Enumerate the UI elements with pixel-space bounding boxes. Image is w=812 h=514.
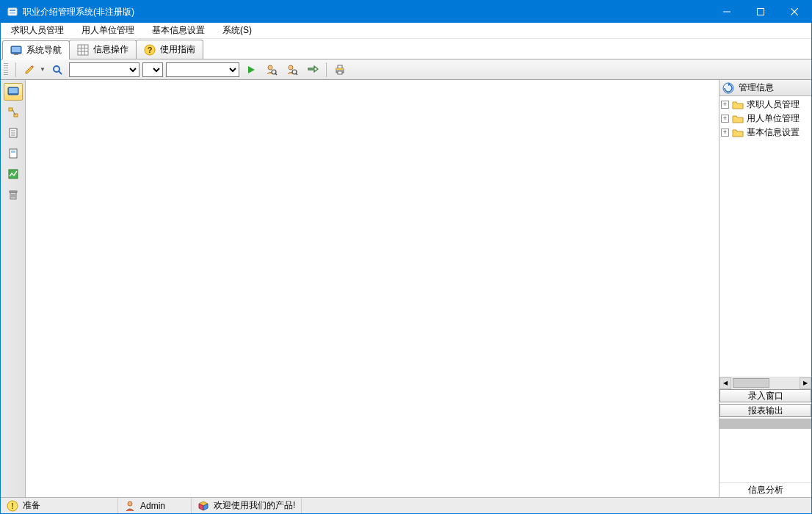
svg-text:?: ? — [148, 46, 153, 54]
help-icon: ? — [144, 44, 156, 56]
minimize-button[interactable] — [710, 1, 744, 23]
menu-bar: 求职人员管理 用人单位管理 基本信息设置 系统(S) — [1, 23, 811, 39]
svg-rect-31 — [9, 108, 12, 111]
svg-rect-38 — [10, 149, 17, 158]
status-user: Admin — [118, 498, 192, 513]
print-button[interactable] — [331, 62, 349, 78]
title-bar: 职业介绍管理系统(非注册版) — [1, 1, 811, 23]
tree-item-basic-settings[interactable]: + 基本信息设置 — [719, 126, 811, 140]
find-person-button[interactable] — [263, 62, 280, 78]
tree-label: 用人单位管理 — [747, 112, 800, 125]
svg-point-19 — [268, 65, 272, 70]
left-trash-button[interactable] — [4, 186, 23, 203]
tab-user-guide[interactable]: ? 使用指南 — [136, 40, 203, 59]
svg-point-17 — [54, 66, 59, 72]
folder-icon — [732, 128, 744, 137]
svg-rect-39 — [11, 151, 15, 153]
tree-label: 基本信息设置 — [747, 126, 800, 139]
expander-icon[interactable]: + — [721, 128, 729, 137]
svg-rect-10 — [78, 45, 88, 55]
tree-view: + 求职人员管理 + 用人单位管理 + 基本信息设置 — [719, 96, 811, 377]
panel-gap — [719, 419, 811, 429]
status-welcome: 欢迎使用我们的产品! — [192, 498, 302, 513]
svg-rect-1 — [10, 10, 15, 11]
search-button[interactable] — [48, 62, 66, 78]
status-ready-text: 准备 — [23, 499, 40, 512]
combo-3[interactable] — [166, 62, 239, 77]
folder-icon — [732, 101, 744, 109]
app-icon — [7, 6, 18, 18]
toolbar-separator — [326, 62, 327, 77]
status-bar: ! 准备 Admin 欢迎使用我们的产品! — [1, 497, 811, 513]
left-document-button[interactable] — [4, 124, 23, 142]
dropdown-arrow-icon[interactable]: ▼ — [40, 66, 46, 73]
folder-icon — [732, 115, 744, 123]
svg-rect-9 — [14, 54, 18, 55]
tab-label: 信息操作 — [93, 43, 128, 56]
tree-label: 求职人员管理 — [747, 98, 800, 111]
toolbar: ▼ — [1, 59, 811, 80]
swap-button[interactable] — [304, 62, 322, 78]
grid-icon — [77, 44, 89, 56]
menu-basic-settings[interactable]: 基本信息设置 — [143, 23, 214, 38]
menu-job-seekers[interactable]: 求职人员管理 — [2, 23, 73, 38]
play-button[interactable] — [242, 62, 260, 78]
horizontal-scrollbar[interactable]: ◀ ▶ — [719, 377, 811, 388]
expander-icon[interactable]: + — [721, 115, 729, 123]
user-icon — [124, 500, 136, 512]
svg-rect-4 — [758, 9, 764, 15]
find-person-button-2[interactable] — [283, 62, 301, 78]
maximize-button[interactable] — [744, 1, 777, 23]
svg-rect-40 — [9, 170, 18, 178]
svg-rect-27 — [338, 71, 342, 74]
toolbar-grip — [4, 63, 8, 76]
refresh-icon[interactable] — [722, 82, 734, 94]
svg-text:!: ! — [11, 502, 14, 510]
left-chart-button[interactable] — [4, 165, 23, 183]
status-user-text: Admin — [140, 501, 165, 511]
tab-system-nav[interactable]: 系统导航 — [2, 40, 70, 59]
panel-title: 管理信息 — [739, 82, 774, 94]
svg-rect-8 — [12, 47, 21, 52]
scroll-right-arrow[interactable]: ▶ — [800, 377, 811, 389]
menu-system[interactable]: 系统(S) — [214, 23, 261, 38]
tab-info-operation[interactable]: 信息操作 — [69, 40, 137, 59]
info-analysis-label[interactable]: 信息分析 — [719, 482, 811, 497]
svg-rect-30 — [9, 88, 18, 93]
menu-employers[interactable]: 用人单位管理 — [73, 23, 143, 38]
svg-line-24 — [296, 73, 297, 75]
status-welcome-text: 欢迎使用我们的产品! — [214, 499, 295, 512]
tree-item-employers[interactable]: + 用人单位管理 — [719, 112, 811, 126]
panel-spacer — [719, 430, 811, 482]
monitor-icon — [10, 45, 22, 57]
edit-button[interactable] — [21, 62, 38, 78]
svg-line-18 — [59, 71, 62, 74]
close-button[interactable] — [777, 1, 811, 23]
expander-icon[interactable]: + — [721, 101, 729, 109]
window-title: 职业介绍管理系统(非注册版) — [23, 6, 710, 18]
left-page-button[interactable] — [4, 145, 23, 162]
left-diagram-button[interactable] — [4, 104, 23, 121]
tree-item-job-seekers[interactable]: + 求职人员管理 — [719, 98, 811, 112]
right-panel: 管理信息 + 求职人员管理 + 用人单位管理 + 基本信息设置 — [719, 80, 811, 497]
panel-header: 管理信息 — [719, 80, 811, 96]
combo-1[interactable] — [69, 62, 139, 77]
left-monitor-button[interactable] — [4, 83, 23, 101]
svg-line-21 — [275, 73, 277, 75]
toolbar-separator — [15, 62, 16, 77]
input-window-button[interactable]: 录入窗口 — [719, 389, 811, 402]
scroll-left-arrow[interactable]: ◀ — [719, 377, 731, 389]
tab-label: 使用指南 — [160, 43, 195, 56]
main-content-area — [26, 80, 719, 497]
report-output-button[interactable]: 报表输出 — [719, 404, 811, 417]
left-toolbar — [1, 80, 26, 497]
cube-icon — [197, 500, 209, 512]
svg-rect-42 — [10, 191, 17, 192]
svg-rect-26 — [338, 65, 342, 68]
combo-2[interactable] — [142, 62, 163, 77]
body: 管理信息 + 求职人员管理 + 用人单位管理 + 基本信息设置 — [1, 80, 811, 497]
scroll-thumb[interactable] — [733, 378, 769, 388]
svg-rect-28 — [336, 68, 344, 70]
svg-point-49 — [128, 502, 132, 506]
scroll-track[interactable] — [731, 377, 800, 389]
